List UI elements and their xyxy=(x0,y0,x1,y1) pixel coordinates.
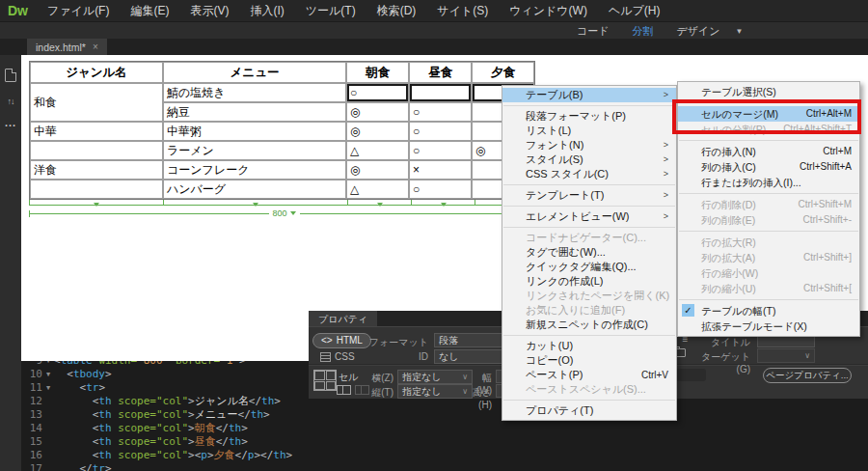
table-cell[interactable]: コーンフレーク xyxy=(163,160,346,180)
chevron-down-icon[interactable] xyxy=(441,203,447,209)
table-cell[interactable]: ○ xyxy=(409,180,472,199)
table-width-guide[interactable]: 800 xyxy=(29,209,540,217)
column-guide-segment[interactable] xyxy=(29,200,163,206)
context-menu-item[interactable]: コピー(O) xyxy=(502,353,676,368)
context-menu-item[interactable]: スタイル(S)> xyxy=(502,152,676,167)
table-cell[interactable]: ◎ xyxy=(346,160,409,180)
column-width-guide[interactable] xyxy=(29,200,540,206)
context-menu-item[interactable]: CSS スタイル(C)> xyxy=(502,167,676,181)
chevron-down-icon[interactable] xyxy=(94,203,99,209)
table-cell[interactable]: ○ xyxy=(409,102,472,122)
sort-arrows-icon[interactable]: ↑↓ xyxy=(8,97,14,106)
context-menu-item[interactable]: ペースト(P)Ctrl+V xyxy=(502,368,676,382)
fold-arrow-icon[interactable]: ▼ xyxy=(42,361,54,368)
css-mode-button[interactable]: CSS xyxy=(320,351,355,362)
table-submenu-item[interactable]: 行の挿入(N)Ctrl+M xyxy=(678,144,859,159)
fold-arrow-icon[interactable]: ▼ xyxy=(42,368,54,381)
horz-align-select[interactable]: 指定なし ∨ xyxy=(397,370,473,384)
menubar-item[interactable]: サイト(S) xyxy=(426,3,499,19)
column-guide-segment[interactable] xyxy=(411,200,475,206)
close-icon[interactable]: × xyxy=(93,42,98,52)
chevron-down-icon[interactable] xyxy=(377,203,383,209)
table-cell[interactable]: △ xyxy=(346,180,409,199)
menubar-item[interactable]: ウィンドウ(W) xyxy=(499,3,598,19)
table-cell[interactable]: ○ xyxy=(409,122,472,141)
view-mode-button[interactable]: コード xyxy=(577,24,610,39)
table-header-cell[interactable]: ジャンル名 xyxy=(30,62,163,83)
table-header-cell[interactable]: 夕食 xyxy=(472,62,534,83)
chevron-down-icon[interactable] xyxy=(253,203,258,209)
table-header-cell[interactable]: 昼食 xyxy=(409,62,472,83)
table-submenu-item[interactable]: ✓テーブルの幅(T) xyxy=(678,303,859,319)
chevron-down-icon[interactable] xyxy=(290,211,296,218)
context-menu-item[interactable]: 新規スニペットの作成(C) xyxy=(502,318,676,332)
line-number: 15 xyxy=(21,435,42,449)
code-brackets-icon: <> xyxy=(321,334,333,347)
context-menu-item[interactable]: フォント(N)> xyxy=(502,138,676,152)
context-menu-item[interactable]: タグで囲む(W)... xyxy=(502,245,676,260)
table-cell[interactable]: 洋食 xyxy=(30,160,163,180)
table-cell[interactable]: △ xyxy=(346,141,409,160)
code-line[interactable]: 17 </tr> xyxy=(21,462,868,471)
table-cell[interactable]: ○ xyxy=(346,83,409,102)
table-cell[interactable]: ラーメン xyxy=(163,141,346,160)
menubar-item[interactable]: ファイル(F) xyxy=(37,3,120,19)
table-cell[interactable] xyxy=(30,141,163,160)
document-tab[interactable]: index.html* × xyxy=(27,39,107,55)
table-cell[interactable]: ハンバーグ xyxy=(163,180,346,199)
table-cell[interactable] xyxy=(409,83,472,102)
table-submenu-item[interactable]: セルのマージ(M)Ctrl+Alt+M xyxy=(678,106,859,122)
more-icon[interactable]: ... xyxy=(5,121,16,125)
code-line[interactable]: 16 <th scope="col"><p>夕食</p></th> xyxy=(21,449,868,462)
table-width-label[interactable]: 800 xyxy=(269,209,289,217)
menubar-item[interactable]: 編集(E) xyxy=(120,3,179,19)
context-menu-item[interactable]: リスト(L) xyxy=(502,124,676,138)
menubar-item[interactable]: 挿入(I) xyxy=(239,3,294,19)
view-mode-button[interactable]: デザイン xyxy=(677,24,720,39)
context-menu-item[interactable]: テンプレート(T)> xyxy=(502,188,676,203)
table-cell[interactable]: 中華粥 xyxy=(163,122,346,141)
table-submenu-item[interactable]: テーブル選択(S) xyxy=(678,84,859,99)
context-menu-item[interactable]: カット(U) xyxy=(502,339,676,353)
chevron-down-icon[interactable]: ▼ xyxy=(736,27,744,36)
column-guide-segment[interactable] xyxy=(347,200,411,206)
submenu-arrow-icon: > xyxy=(664,138,668,152)
context-menu-item[interactable]: エレメントビュー(W)> xyxy=(502,209,676,224)
context-menu-item[interactable]: プロパティ(T) xyxy=(502,403,676,418)
fold-arrow-icon[interactable]: ▼ xyxy=(42,381,54,395)
code-line[interactable]: 13 <th scope="col">メニュー</th> xyxy=(21,408,868,422)
menubar-item[interactable]: ツール(T) xyxy=(295,3,366,19)
content-table[interactable]: ジャンル名メニュー朝食昼食夕食和食鯖の塩焼き○納豆◎○中華中華粥◎○ラーメン△○… xyxy=(29,61,535,200)
context-menu-item[interactable]: テーブル(B)> xyxy=(502,88,676,102)
menubar-item[interactable]: 検索(D) xyxy=(366,3,427,19)
merge-cells-icon[interactable] xyxy=(337,385,351,395)
table-cell[interactable]: × xyxy=(409,160,472,180)
menubar-item[interactable]: ヘルプ(H) xyxy=(598,3,671,19)
table-header-cell[interactable]: メニュー xyxy=(163,62,346,83)
table-submenu-item[interactable]: 列の挿入(C)Ctrl+Shift+A xyxy=(678,159,859,175)
table-cell[interactable]: ◎ xyxy=(346,102,409,122)
table-cell[interactable]: 中華 xyxy=(30,122,163,141)
context-menu-item[interactable]: クイックタグ編集(Q)... xyxy=(502,260,676,274)
table-cell[interactable]: 納豆 xyxy=(163,102,346,122)
context-menu-item[interactable]: 段落フォーマット(P) xyxy=(502,109,676,124)
table-cell[interactable] xyxy=(30,180,163,199)
menubar-item[interactable]: 表示(V) xyxy=(179,3,239,19)
column-guide-segment[interactable] xyxy=(163,200,347,206)
table-header-cell[interactable]: 朝食 xyxy=(346,62,409,83)
code-token: th xyxy=(261,395,274,407)
properties-panel-tab[interactable]: プロパティ xyxy=(309,311,377,326)
code-line[interactable]: 14 <th scope="col">朝食</th> xyxy=(21,422,868,435)
code-line[interactable]: 15 <th scope="col">昼食</th> xyxy=(21,435,868,449)
table-cell[interactable]: ○ xyxy=(409,141,472,160)
table-submenu-item[interactable]: 行または列の挿入(I)... xyxy=(678,175,859,190)
file-icon[interactable] xyxy=(5,69,16,82)
table-submenu-item[interactable]: 拡張テーブルモード(X) xyxy=(678,319,859,334)
vert-align-select[interactable]: 指定なし ∨ xyxy=(397,384,473,399)
view-mode-button[interactable]: 分割 xyxy=(633,24,654,39)
page-properties-button[interactable]: ページプロパティ... xyxy=(763,368,852,383)
context-menu-item[interactable]: リンクの作成(L) xyxy=(502,274,676,289)
table-cell[interactable]: 和食 xyxy=(30,83,163,122)
table-cell[interactable]: 鯖の塩焼き xyxy=(163,83,346,102)
table-cell[interactable]: ◎ xyxy=(346,122,409,141)
